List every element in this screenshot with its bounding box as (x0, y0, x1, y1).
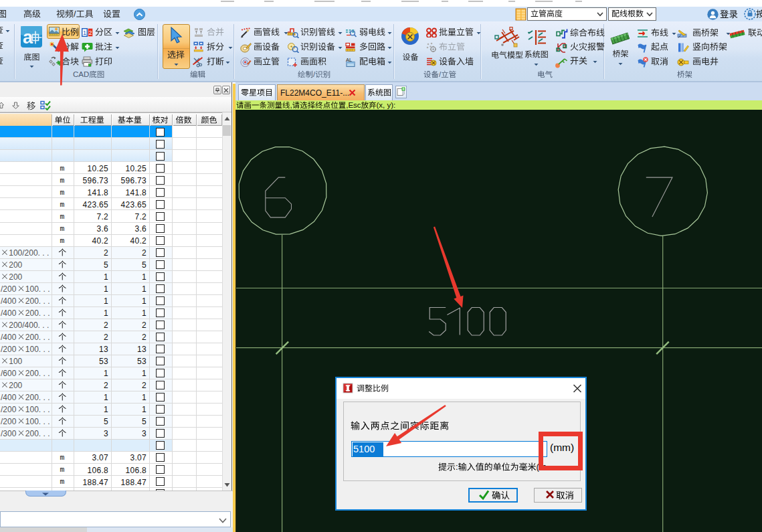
svg-text:200. . .: 200. . . (25, 308, 50, 317)
svg-text:200. . .: 200. . . (25, 429, 50, 438)
svg-text:200: 200 (9, 272, 22, 281)
svg-text:CAD: CAD (73, 70, 89, 78)
svg-text:100. . .: 100. . . (25, 405, 50, 414)
svg-text:/400: /400 (1, 296, 17, 305)
svg-text:100. . .: 100. . . (25, 344, 50, 353)
svg-text:200. . .: 200. . . (25, 368, 50, 377)
svg-text:/300: /300 (1, 429, 17, 438)
svg-text:/400: /400 (1, 308, 17, 317)
svg-text:100/200. . .: 100/200. . . (9, 248, 49, 257)
svg-text:/200: /200 (1, 405, 17, 414)
svg-text:(x, y):: (x, y): (376, 101, 395, 109)
svg-text:200/400. . .: 200/400. . . (9, 320, 49, 329)
svg-text:200: 200 (9, 380, 22, 389)
svg-text:100. . .: 100. . . (25, 417, 50, 426)
svg-text:/: / (74, 9, 76, 19)
svg-text:/: / (313, 70, 316, 78)
svg-text:200: 200 (9, 260, 22, 269)
svg-text:,: , (290, 101, 292, 109)
svg-text:/: / (439, 70, 442, 78)
svg-text:100: 100 (9, 356, 22, 365)
svg-text:/200: /200 (1, 344, 17, 353)
svg-text:100. . .: 100. . . (25, 284, 50, 293)
svg-text:/200: /200 (1, 417, 17, 426)
svg-text:2: 2 (88, 29, 92, 36)
svg-text:200. . .: 200. . . (25, 296, 50, 305)
svg-text:1: 1 (83, 29, 86, 36)
svg-text:/400: /400 (1, 332, 17, 341)
svg-text:,Esc: ,Esc (346, 101, 361, 109)
svg-text:200. . .: 200. . . (25, 332, 50, 341)
svg-text:/600: /600 (1, 368, 17, 377)
svg-text:/200: /200 (1, 284, 17, 293)
svg-text:/400: /400 (1, 392, 17, 402)
svg-text::: : (456, 462, 458, 472)
svg-text:200. . .: 200. . . (25, 392, 50, 402)
